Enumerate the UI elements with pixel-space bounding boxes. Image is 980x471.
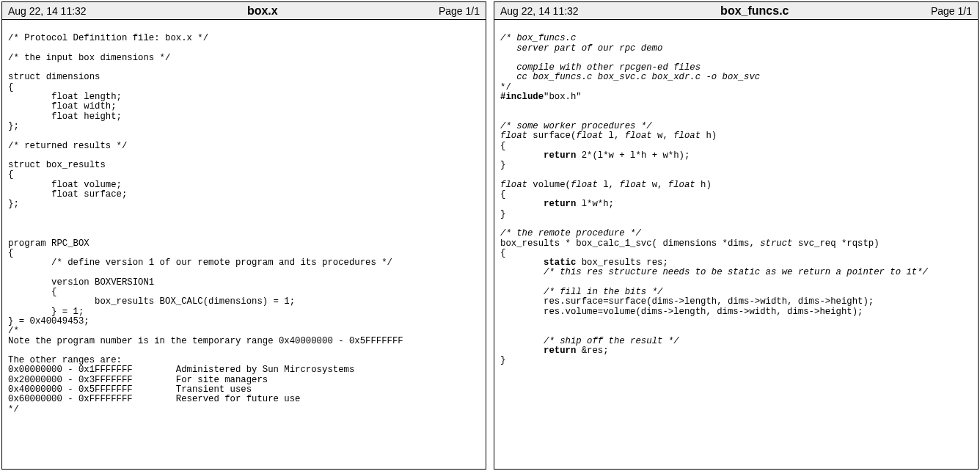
code-line: program RPC_BOX — [8, 238, 89, 249]
code-line: compile with other rpcgen-ed files — [500, 62, 701, 73]
code-line: { — [500, 248, 505, 258]
code-line: /* this res structure needs to be static… — [500, 267, 928, 277]
code-line: 0x20000000 - 0x3FFFFFFF For site manager… — [8, 375, 268, 385]
code-line: box_results BOX_CALC(dimensions) = 1; — [8, 296, 295, 307]
pad — [500, 150, 544, 161]
type-float: float — [673, 131, 701, 141]
code-line: #include"box.h" — [500, 92, 582, 102]
code-line: */ — [500, 82, 511, 92]
keyword-static: static — [544, 258, 576, 268]
code-line: static box_results res; — [500, 258, 668, 268]
code-line: struct box_results — [8, 160, 106, 170]
code-line: }; — [8, 121, 19, 131]
comment: /* this res structure needs to be static… — [544, 267, 928, 277]
header-pageno: Page 1/1 — [439, 5, 480, 17]
code-line: } — [500, 209, 505, 219]
code-right: /* box_funcs.c server part of our rpc de… — [494, 20, 978, 370]
type-float: float — [576, 131, 603, 141]
code-line: float height; — [8, 112, 122, 122]
keyword-include: #include — [500, 92, 544, 102]
code-line: float width; — [8, 101, 117, 112]
code-line: return 2*(l*w + l*h + w*h); — [500, 150, 690, 161]
page-header-left: Aug 22, 14 11:32 box.x Page 1/1 — [2, 2, 486, 20]
pad — [500, 267, 544, 277]
code-line: } = 0x40049453; — [8, 316, 89, 326]
type-float: float — [500, 131, 527, 141]
page-left: Aug 22, 14 11:32 box.x Page 1/1 /* Proto… — [1, 1, 486, 470]
sig: svc_req *rqstp) — [793, 238, 880, 249]
header-date: Aug 22, 14 11:32 — [8, 5, 87, 17]
code-line: { — [500, 141, 505, 151]
pad — [500, 199, 544, 209]
code-line: float volume(float l, float w, float h) — [500, 180, 712, 190]
code-line: { — [8, 169, 13, 180]
code-line: /* the remote procedure */ — [500, 228, 641, 238]
code-line: /* — [8, 326, 19, 336]
sig: volume( — [527, 180, 571, 190]
sig: w, — [646, 180, 668, 190]
code-line: 0x60000000 - 0xFFFFFFFF Reserved for fut… — [8, 394, 300, 404]
comment: /* fill in the bits */ — [544, 287, 662, 297]
code-left: /* Protocol Definition file: box.x */ /*… — [2, 20, 486, 419]
code-line: } — [500, 355, 505, 365]
sig: h) — [701, 131, 717, 141]
code-line: res.surface=surface(dims->length, dims->… — [500, 296, 874, 307]
type-float: float — [625, 131, 652, 141]
header-title: box_funcs.c — [579, 4, 931, 18]
sig: surface( — [527, 131, 576, 141]
keyword-return: return — [544, 346, 576, 356]
code-line: }; — [8, 199, 19, 209]
sig: h) — [695, 180, 712, 190]
code-line: box_results * box_calc_1_svc( dimensions… — [500, 238, 880, 249]
expr: 2*(l*w + l*h + w*h); — [576, 150, 690, 161]
code-line: res.volume=volume(dims->length, dims->wi… — [500, 307, 863, 317]
code-line: return &res; — [500, 346, 609, 356]
header-pageno: Page 1/1 — [931, 5, 972, 17]
code-line: float surface; — [8, 189, 127, 200]
code-line: { — [8, 82, 13, 92]
expr: l*w*h; — [576, 199, 614, 209]
code-line: float surface(float l, float w, float h) — [500, 131, 717, 141]
keyword-return: return — [544, 150, 576, 161]
code-line: } — [500, 160, 505, 170]
type-float: float — [500, 180, 527, 190]
code-line: cc box_funcs.c box_svc.c box_xdr.c -o bo… — [500, 72, 760, 82]
sig: l, — [598, 180, 620, 190]
code-line: /* fill in the bits */ — [500, 287, 662, 297]
code-line: float length; — [8, 92, 122, 102]
header-date: Aug 22, 14 11:32 — [500, 5, 579, 17]
pad — [500, 258, 544, 268]
code-line: /* the input box dimensions */ — [8, 53, 170, 63]
code-line: float volume; — [8, 180, 122, 190]
type-float: float — [668, 180, 695, 190]
pad — [500, 287, 544, 297]
code-line: 0x00000000 - 0x1FFFFFFF Administered by … — [8, 365, 354, 375]
code-line: /* some worker procedures */ — [500, 121, 652, 131]
expr: &res; — [576, 346, 608, 356]
page-header-right: Aug 22, 14 11:32 box_funcs.c Page 1/1 — [494, 2, 978, 20]
sig: l, — [603, 131, 625, 141]
comment: /* ship off the result */ — [544, 336, 679, 346]
code-line: /* ship off the result */ — [500, 336, 679, 346]
code-line: { — [500, 189, 505, 200]
code-line: 0x40000000 - 0x5FFFFFFF Transient uses — [8, 384, 252, 395]
code-line: server part of our rpc demo — [500, 43, 662, 54]
code-line: } = 1; — [8, 307, 84, 317]
pad — [500, 336, 544, 346]
code-line: */ — [8, 404, 19, 415]
sig: w, — [652, 131, 674, 141]
code-line: { — [8, 287, 56, 297]
code-line: /* box_funcs.c — [500, 33, 576, 43]
keyword-return: return — [544, 199, 576, 209]
code-line: Note the program number is in the tempor… — [8, 336, 403, 346]
code-line: /* returned results */ — [8, 141, 127, 151]
code-line: version BOXVERSION1 — [8, 277, 154, 288]
pad — [500, 346, 544, 356]
keyword-struct: struct — [760, 238, 792, 249]
decl: box_results res; — [576, 258, 668, 268]
page-right: Aug 22, 14 11:32 box_funcs.c Page 1/1 /*… — [494, 1, 979, 470]
sig: box_results * box_calc_1_svc( dimensions… — [500, 238, 760, 249]
code-line: /* Protocol Definition file: box.x */ — [8, 33, 208, 43]
code-line: /* define version 1 of our remote progra… — [8, 258, 392, 268]
include-arg: "box.h" — [544, 92, 582, 102]
